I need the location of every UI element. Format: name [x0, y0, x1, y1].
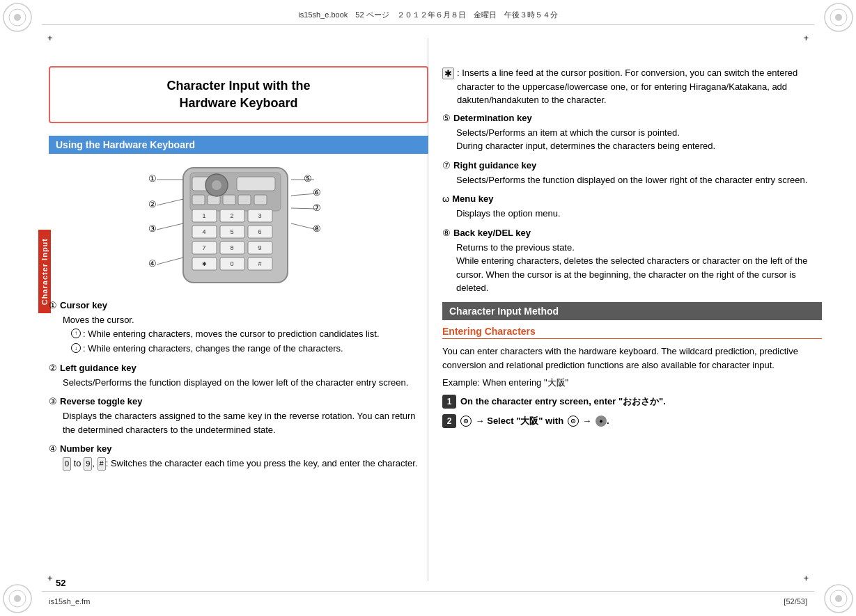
- svg-line-54: [291, 223, 317, 230]
- item2-label: Left guidance key: [60, 363, 137, 373]
- title-box: Character Input with the Hardware Keyboa…: [49, 66, 428, 123]
- star-key-section: ✱ : Inserts a line feed at the cursor po…: [442, 66, 822, 107]
- item-menu-key: ω Menu key Displays the option menu.: [442, 194, 822, 221]
- corner-br: [821, 581, 856, 616]
- page-number: 52: [56, 578, 65, 588]
- item-determination: ⑤ Determination key Selects/Performs an …: [442, 113, 822, 153]
- top-bar: is15sh_e.book 52 ページ ２０１２年６月８日 金曜日 午後３時５…: [42, 6, 814, 25]
- svg-line-49: [157, 223, 183, 230]
- entering-header: Entering Characters: [442, 326, 822, 339]
- corner-tr: [821, 0, 856, 35]
- item7-desc: Selects/Performs the function displayed …: [442, 173, 822, 187]
- item3-label: Reverse toggle key: [60, 396, 143, 406]
- item7-num: ⑦: [442, 160, 451, 171]
- keyboard-diagram: ① ② ③ ④ ⑤ ⑥ ⑦ ⑧: [49, 161, 428, 290]
- method-header: Character Input Method: [442, 302, 822, 320]
- item8-desc: Returns to the previous state. While ent…: [442, 241, 822, 295]
- item5-desc: Selects/Performs an item at which the cu…: [442, 126, 822, 153]
- item1-bullet1: ↑ : While entering characters, moves the…: [63, 327, 428, 341]
- crosshair-tr: +: [803, 33, 809, 43]
- item1-label: Cursor key: [60, 300, 107, 310]
- step2: 2 ⊙ → Select "大阪" with ⊙ → ●.: [442, 414, 822, 428]
- item4-desc: 0 to 9, #: Switches the character each t…: [49, 457, 428, 471]
- right-column: ✱ : Inserts a line feed at the cursor po…: [442, 66, 822, 578]
- bottom-left-text: is15sh_e.fm: [49, 597, 90, 606]
- title-text: Character Input with the Hardware Keyboa…: [64, 77, 413, 112]
- item2-desc: Selects/Performs the function displayed …: [49, 376, 428, 390]
- bottom-right-text: [52/53]: [784, 597, 807, 606]
- item1-num: ①: [49, 300, 57, 310]
- step1-num: 1: [442, 395, 456, 409]
- entering-desc: You can enter characters with the hardwa…: [442, 345, 822, 372]
- item5-num: ⑤: [442, 113, 451, 123]
- item-right-guidance: ⑦ Right guidance key Selects/Performs th…: [442, 160, 822, 187]
- item7-label: Right guidance key: [453, 160, 536, 171]
- svg-line-50: [157, 258, 183, 264]
- svg-point-8: [14, 595, 21, 602]
- item1-desc: Moves the cursor. ↑ : While entering cha…: [49, 313, 428, 356]
- itemw-num: ω: [442, 194, 449, 204]
- svg-point-11: [835, 595, 842, 602]
- example-label: Example: When entering "大阪": [442, 377, 822, 389]
- item-reverse-toggle: ③ Reverse toggle key Displays the charac…: [49, 396, 428, 436]
- svg-point-5: [835, 14, 842, 21]
- svg-point-2: [14, 14, 21, 21]
- item-back-del: ⑧ Back key/DEL key Returns to the previo…: [442, 228, 822, 295]
- item2-num: ②: [49, 363, 57, 373]
- connector-lines: [141, 161, 336, 290]
- item4-label: Number key: [60, 443, 111, 454]
- item3-desc: Displays the characters assigned to the …: [49, 409, 428, 436]
- step1-text: On the character entry screen, enter "おお…: [460, 395, 666, 409]
- step2-num: 2: [442, 414, 456, 428]
- crosshair-tl: +: [47, 33, 53, 43]
- item8-num: ⑧: [442, 228, 451, 238]
- bottom-bar: is15sh_e.fm [52/53]: [42, 591, 814, 610]
- item8-label: Back key/DEL key: [453, 228, 531, 238]
- itemw-desc: Displays the option menu.: [442, 207, 822, 221]
- step1: 1 On the character entry screen, enter "…: [442, 395, 822, 409]
- itemw-label: Menu key: [452, 194, 493, 204]
- svg-line-53: [291, 208, 317, 209]
- item5-label: Determination key: [453, 113, 532, 123]
- item3-num: ③: [49, 396, 57, 406]
- item4-num: ④: [49, 443, 57, 454]
- section1-header: Using the Hardware Keyboard: [49, 136, 428, 154]
- item-cursor-key: ① Cursor key Moves the cursor. ↑ : While…: [49, 300, 428, 356]
- item-number-key: ④ Number key 0 to 9, #: Switches the cha…: [49, 443, 428, 471]
- left-column: Character Input with the Hardware Keyboa…: [49, 66, 428, 578]
- item1-bullet2: ↓ : While entering characters, changes t…: [63, 342, 428, 356]
- svg-line-48: [157, 199, 183, 205]
- step2-text: ⊙ → Select "大阪" with ⊙ → ●.: [460, 414, 609, 428]
- top-bar-text: is15sh_e.book 52 ページ ２０１２年６月８日 金曜日 午後３時５…: [298, 10, 557, 20]
- item-left-guidance: ② Left guidance key Selects/Performs the…: [49, 363, 428, 390]
- corner-bl: [0, 581, 35, 616]
- corner-tl: [0, 0, 35, 35]
- svg-line-52: [291, 194, 317, 196]
